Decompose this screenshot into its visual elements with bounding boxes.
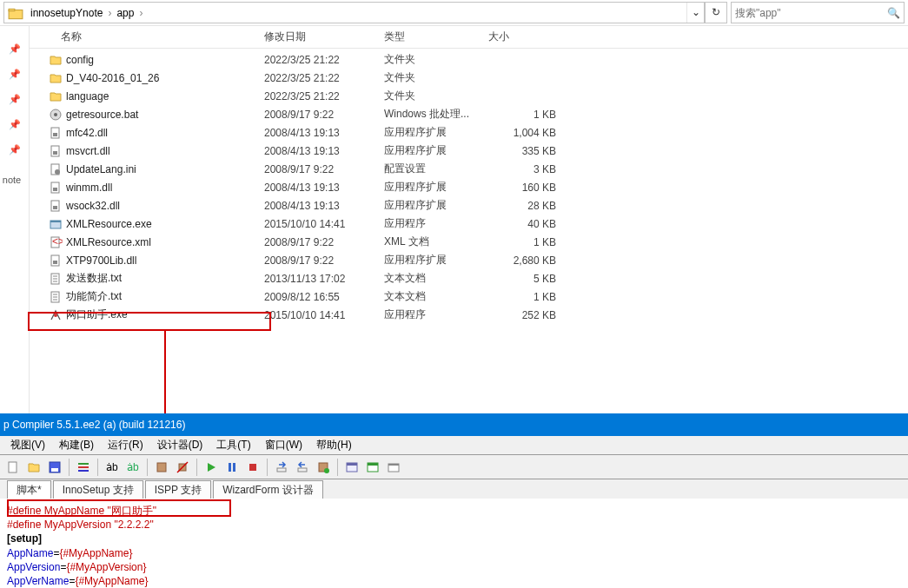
menu-designer[interactable]: 设计器(D)	[150, 438, 210, 453]
file-date: 2008/4/13 19:13	[264, 145, 384, 157]
file-date: 2008/9/17 9:22	[264, 163, 384, 175]
file-date: 2008/9/17 9:22	[264, 109, 384, 121]
column-type[interactable]: 类型	[384, 30, 488, 44]
file-row[interactable]: UpdateLang.ini2008/9/17 9:22配置设置3 KB	[30, 160, 908, 178]
step-button[interactable]	[272, 458, 291, 477]
pin-icon[interactable]: 📌	[9, 119, 21, 130]
pin-icon[interactable]: 📌	[9, 69, 21, 80]
file-row[interactable]: mfc42.dll2008/4/13 19:13应用程序扩展1,004 KB	[30, 123, 908, 142]
address-bar: innosetupYnote › app › ⌄ ↻ 🔍	[0, 0, 908, 26]
title-bar: p Compiler 5.5.1.ee2 (a) (build 121216)	[0, 413, 908, 436]
option-button[interactable]	[74, 458, 93, 477]
breadcrumb-item[interactable]: app	[113, 7, 137, 19]
file-size: 1 KB	[488, 291, 575, 303]
tab-innosetup-support[interactable]: InnoSetup 支持	[53, 480, 143, 499]
breakpoint-button[interactable]	[314, 458, 333, 477]
column-date[interactable]: 修改日期	[264, 30, 384, 44]
svg-text:<>: <>	[52, 235, 63, 248]
file-date: 2008/4/13 19:13	[264, 127, 384, 139]
file-row[interactable]: XMLResource.exe2015/10/10 14:41应用程序40 KB	[30, 215, 908, 233]
stop-button[interactable]	[173, 458, 192, 477]
nav-item[interactable]: note	[3, 175, 21, 185]
file-name: XMLResource.exe	[66, 218, 152, 230]
open-button[interactable]	[24, 458, 43, 477]
file-row[interactable]: XTP9700Lib.dll2008/9/17 9:22应用程序扩展2,680 …	[30, 251, 908, 269]
svg-rect-51	[368, 463, 378, 466]
file-row[interactable]: language2022/3/25 21:22文件夹	[30, 87, 908, 105]
new-button[interactable]	[3, 458, 23, 477]
svg-text:ȧb: ȧb	[106, 461, 118, 473]
file-date: 2008/4/13 19:13	[264, 200, 384, 212]
file-row[interactable]: winmm.dll2008/4/13 19:13应用程序扩展160 KB	[30, 178, 908, 196]
pin-icon[interactable]: 📌	[9, 94, 21, 105]
column-size[interactable]: 大小	[488, 30, 575, 44]
file-name: XTP9700Lib.dll	[66, 254, 136, 267]
file-row[interactable]: getresource.bat2008/9/17 9:22Windows 批处理…	[30, 105, 908, 123]
menu-run[interactable]: 运行(R)	[101, 438, 150, 453]
menu-tools[interactable]: 工具(T)	[209, 438, 257, 453]
breadcrumb-item[interactable]: innosetupYnote	[27, 7, 106, 19]
cut-button[interactable]: ȧb	[103, 458, 122, 477]
code-editor[interactable]: #define MyAppName "网口助手" #define MyAppVe…	[0, 499, 908, 588]
form-designer-button[interactable]	[342, 458, 361, 477]
file-icon	[49, 108, 63, 122]
menu-build[interactable]: 构建(B)	[52, 438, 101, 453]
file-row[interactable]: <>XMLResource.xml2008/9/17 9:22XML 文档1 K…	[30, 233, 908, 251]
search-input[interactable]	[735, 7, 887, 19]
file-name: getresource.bat	[66, 109, 138, 121]
file-type: Windows 批处理...	[384, 107, 488, 122]
file-name: msvcrt.dll	[66, 145, 110, 157]
file-name: D_V40-2016_01_26	[66, 72, 159, 84]
svg-rect-32	[51, 468, 58, 472]
step-over-button[interactable]	[293, 458, 312, 477]
menu-window[interactable]: 窗口(W)	[258, 438, 309, 453]
file-row[interactable]: D_V40-2016_01_262022/3/25 21:22文件夹	[30, 69, 908, 87]
menu-help[interactable]: 帮助(H)	[309, 438, 359, 453]
search-box[interactable]: 🔍	[731, 2, 905, 23]
file-size: 335 KB	[488, 145, 575, 157]
search-icon: 🔍	[887, 7, 900, 19]
menu-view[interactable]: 视图(V)	[3, 438, 52, 453]
file-row[interactable]: 发送数据.txt2013/11/13 17:02文本文档5 KB	[30, 269, 908, 287]
save-button[interactable]	[45, 458, 64, 477]
form-preview-button[interactable]	[363, 458, 382, 477]
file-row[interactable]: 网口助手.exe2015/10/10 14:41应用程序252 KB	[30, 306, 908, 324]
file-name: config	[66, 54, 94, 66]
svg-rect-45	[298, 468, 307, 472]
column-name[interactable]: 名称	[30, 30, 264, 44]
file-name: 功能简介.txt	[66, 289, 122, 304]
tab-script[interactable]: 脚本*	[7, 480, 51, 499]
tab-ispp-support[interactable]: ISPP 支持	[145, 480, 211, 499]
pin-icon[interactable]: 📌	[9, 43, 21, 55]
file-date: 2022/3/25 21:22	[264, 72, 384, 84]
chevron-right-icon[interactable]: ›	[106, 7, 113, 19]
breadcrumb-dropdown-icon[interactable]: ⌄	[686, 3, 704, 23]
dialog-button[interactable]	[384, 458, 403, 477]
pause-button[interactable]	[222, 458, 242, 477]
compile-button[interactable]	[152, 458, 171, 477]
refresh-button[interactable]: ↻	[705, 2, 727, 23]
svg-rect-5	[53, 133, 57, 136]
file-date: 2022/3/25 21:22	[264, 54, 384, 66]
file-name: UpdateLang.ini	[66, 163, 136, 175]
file-type: 应用程序扩展	[384, 143, 488, 158]
breadcrumb[interactable]: innosetupYnote › app › ⌄	[3, 2, 705, 23]
chevron-right-icon[interactable]: ›	[137, 7, 144, 19]
svg-rect-13	[53, 206, 57, 209]
file-row[interactable]: config2022/3/25 21:22文件夹	[30, 50, 908, 69]
paste-button[interactable]: ȧb	[123, 458, 142, 477]
stop-run-button[interactable]	[243, 458, 262, 477]
pin-icon[interactable]: 📌	[9, 144, 21, 155]
tab-wizardform-designer[interactable]: WizardForm 设计器	[213, 480, 323, 499]
file-name: winmm.dll	[66, 182, 112, 194]
file-type: 文本文档	[384, 271, 488, 286]
file-list: 名称 修改日期 类型 大小 config2022/3/25 21:22文件夹D_…	[30, 26, 908, 413]
svg-rect-34	[78, 463, 89, 465]
menu-bar: 视图(V) 构建(B) 运行(R) 设计器(D) 工具(T) 窗口(W) 帮助(…	[0, 436, 908, 455]
file-type: 文件夹	[384, 70, 488, 85]
file-row[interactable]: msvcrt.dll2008/4/13 19:13应用程序扩展335 KB	[30, 142, 908, 160]
file-row[interactable]: wsock32.dll2008/4/13 19:13应用程序扩展28 KB	[30, 196, 908, 215]
file-row[interactable]: 功能简介.txt2009/8/12 16:55文本文档1 KB	[30, 287, 908, 306]
svg-rect-43	[249, 464, 256, 471]
run-button[interactable]	[202, 458, 221, 477]
